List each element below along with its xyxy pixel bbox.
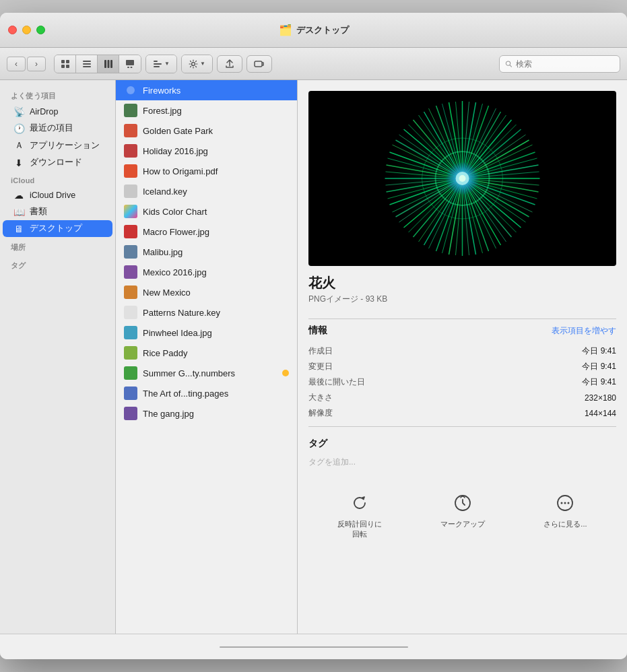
sidebar-item-label: AirDrop xyxy=(30,107,58,116)
file-item-the-art[interactable]: The Art of...ting.pages xyxy=(116,383,297,403)
sidebar-item-label: アプリケーション xyxy=(30,140,100,152)
toolbar: ‹ › ▼ ▼ xyxy=(0,48,627,80)
file-name: Patterns Nature.key xyxy=(143,308,289,318)
file-item-holiday[interactable]: Holiday 2016.jpg xyxy=(116,141,297,161)
sidebar-item-icloud-drive[interactable]: ☁ iCloud Drive xyxy=(3,187,112,203)
tag-input[interactable]: タグを追加... xyxy=(308,455,616,469)
file-name: Mexico 2016.jpg xyxy=(143,267,289,277)
places-label: 場所 xyxy=(0,237,115,255)
file-item-iceland[interactable]: Iceland.key xyxy=(116,181,297,201)
more-button[interactable]: さらに見る... xyxy=(543,494,587,539)
file-item-the-gang[interactable]: The gang.jpg xyxy=(116,403,297,424)
svg-rect-2 xyxy=(61,65,65,68)
svg-rect-6 xyxy=(83,66,91,67)
view-icon-button[interactable] xyxy=(55,55,76,73)
rotate-button[interactable]: 反時計回りに 回転 xyxy=(337,494,382,539)
maximize-button[interactable] xyxy=(36,26,45,34)
svg-point-98 xyxy=(385,101,540,256)
file-name: Macro Flower.jpg xyxy=(143,227,289,237)
sidebar-item-books[interactable]: 📖 書類 xyxy=(3,203,112,220)
file-name: Summer G...ty.numbers xyxy=(143,368,277,378)
svg-point-16 xyxy=(191,62,195,65)
sidebar-item-airdrop[interactable]: 📡 AirDrop xyxy=(3,104,112,120)
svg-point-18 xyxy=(506,61,510,65)
preview-panel: 花火 PNGイメージ - 93 KB 情報 表示項目を増やす 作成日 今日 9:… xyxy=(298,80,627,634)
info-label-opened: 最後に開いた日 xyxy=(308,376,365,388)
file-item-malibu[interactable]: Malibu.jpg xyxy=(116,242,297,262)
info-row-created: 作成日 今日 9:41 xyxy=(308,343,616,359)
file-icon xyxy=(124,124,137,137)
view-list-button[interactable] xyxy=(76,55,98,73)
file-name: Fireworks xyxy=(143,86,289,96)
file-name: The gang.jpg xyxy=(143,409,289,419)
svg-rect-17 xyxy=(255,61,262,67)
tag-button[interactable] xyxy=(246,55,272,73)
svg-point-102 xyxy=(564,502,566,504)
sidebar-item-desktop[interactable]: 🖥 デスクトップ xyxy=(3,220,112,237)
search-input[interactable] xyxy=(516,59,614,69)
file-item-forest[interactable]: Forest.jpg xyxy=(116,100,297,121)
file-name: New Mexico xyxy=(143,288,289,298)
info-label-resolution: 解像度 xyxy=(308,407,333,419)
file-item-rice-paddy[interactable]: Rice Paddy xyxy=(116,343,297,363)
file-name: Pinwheel Idea.jpg xyxy=(143,328,289,338)
recents-icon: 🕐 xyxy=(13,123,24,134)
sidebar-item-applications[interactable]: Ａ アプリケーション xyxy=(3,137,112,154)
file-item-fireworks[interactable]: Fireworks xyxy=(116,80,297,100)
file-item-kids-color[interactable]: Kids Color Chart xyxy=(116,201,297,222)
settings-toolbar-button[interactable]: ▼ xyxy=(182,55,212,73)
file-item-mexico-2016[interactable]: Mexico 2016.jpg xyxy=(116,262,297,282)
file-item-patterns-nature[interactable]: Patterns Nature.key xyxy=(116,302,297,323)
favorites-label: よく使う項目 xyxy=(0,86,115,104)
file-item-macro-flower[interactable]: Macro Flower.jpg xyxy=(116,222,297,242)
forward-button[interactable]: › xyxy=(27,57,46,71)
info-more-link[interactable]: 表示項目を増やす xyxy=(552,325,616,337)
info-row-opened: 最後に開いた日 今日 9:41 xyxy=(308,374,616,390)
info-label-dimensions: 大きさ xyxy=(308,392,333,403)
svg-rect-10 xyxy=(126,60,134,65)
file-item-origami[interactable]: How to Origami.pdf xyxy=(116,161,297,181)
resize-indicator xyxy=(220,646,408,648)
file-icon xyxy=(124,366,137,380)
title-icon: 🗂️ xyxy=(279,24,292,36)
share-button[interactable] xyxy=(217,55,242,73)
search-icon xyxy=(505,60,513,68)
markup-button[interactable]: マークアップ xyxy=(440,494,485,539)
preview-title: 花火 xyxy=(308,274,616,292)
view-gallery-button[interactable] xyxy=(119,55,141,73)
airdrop-icon: 📡 xyxy=(13,106,24,117)
file-icon xyxy=(124,83,137,97)
info-section-title: 情報 xyxy=(308,325,327,337)
titlebar: 🗂️ デスクトップ xyxy=(0,13,627,48)
svg-rect-11 xyxy=(127,67,129,68)
svg-rect-15 xyxy=(154,66,160,67)
file-icon xyxy=(124,407,137,420)
file-name: Golden Gate Park xyxy=(143,126,289,136)
tags-section-title: タグ xyxy=(308,438,616,450)
svg-rect-3 xyxy=(66,65,69,68)
group-button[interactable]: ▼ xyxy=(146,55,176,73)
file-icon xyxy=(124,285,137,299)
back-button[interactable]: ‹ xyxy=(7,57,26,71)
tags-label: タグ xyxy=(0,255,115,273)
minimize-button[interactable] xyxy=(22,26,31,34)
info-section-header: 情報 表示項目を増やす xyxy=(308,325,616,337)
sidebar-item-recents[interactable]: 🕐 最近の項目 xyxy=(3,120,112,137)
file-item-summer[interactable]: Summer G...ty.numbers xyxy=(116,363,297,383)
search-box[interactable] xyxy=(499,55,620,73)
svg-rect-14 xyxy=(154,63,162,65)
info-value-opened: 今日 9:41 xyxy=(582,376,616,388)
info-value-dimensions: 232×180 xyxy=(585,393,616,403)
sidebar-item-downloads[interactable]: ⬇ ダウンロード xyxy=(3,154,112,171)
close-button[interactable] xyxy=(8,26,17,34)
file-item-pinwheel[interactable]: Pinwheel Idea.jpg xyxy=(116,323,297,343)
view-column-button[interactable] xyxy=(98,55,119,73)
file-name: Malibu.jpg xyxy=(143,247,289,257)
info-label-modified: 変更日 xyxy=(308,361,333,372)
file-icon xyxy=(124,265,137,279)
svg-rect-8 xyxy=(107,60,109,68)
file-icon xyxy=(124,306,137,319)
file-item-new-mexico[interactable]: New Mexico xyxy=(116,282,297,302)
info-value-modified: 今日 9:41 xyxy=(582,361,616,372)
file-item-golden-gate[interactable]: Golden Gate Park xyxy=(116,121,297,141)
